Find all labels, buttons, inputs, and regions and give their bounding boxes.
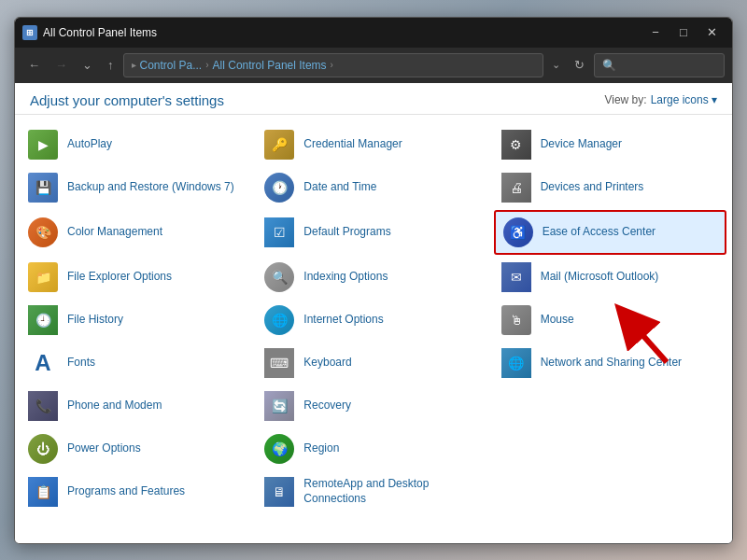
recovery-icon: 🔄 [264, 391, 294, 421]
view-by-control: View by: Large icons ▾ [604, 93, 717, 106]
item-programs[interactable]: 📋Programs and Features [21, 471, 253, 512]
programs-label: Programs and Features [67, 484, 185, 499]
fonts-label: Fonts [67, 356, 95, 371]
up-button[interactable]: ↑ [102, 54, 120, 76]
titlebar: ⊞ All Control Panel Items − □ ✕ [15, 18, 732, 48]
address-dropdown-button[interactable]: ⌄ [547, 55, 565, 75]
item-fileexplorer[interactable]: 📁File Explorer Options [21, 257, 253, 298]
keyboard-icon: ⌨ [264, 348, 294, 378]
power-label: Power Options [67, 441, 141, 456]
items-area: ▶AutoPlay🔑Credential Manager⚙Device Mana… [15, 115, 732, 543]
color-label: Color Management [67, 225, 162, 240]
search-input[interactable] [602, 59, 716, 72]
window-icon: ⊞ [22, 25, 37, 40]
forward-button[interactable]: → [49, 54, 73, 76]
programs-icon: 📋 [28, 477, 58, 507]
window-title: All Control Panel Items [43, 26, 642, 39]
defaultprog-label: Default Programs [303, 225, 390, 240]
item-fonts[interactable]: AFonts [21, 343, 253, 384]
refresh-button[interactable]: ↻ [569, 54, 590, 76]
item-ease[interactable]: ♿Ease of Access Center [494, 210, 726, 255]
keyboard-label: Keyboard [303, 356, 351, 371]
address-part-1[interactable]: Control Pa... [140, 59, 203, 72]
item-recovery[interactable]: 🔄Recovery [257, 385, 489, 427]
search-box[interactable] [594, 53, 725, 77]
credential-icon: 🔑 [264, 130, 294, 160]
view-by-value[interactable]: Large icons ▾ [651, 93, 717, 106]
page-title: Adjust your computer's settings [30, 92, 224, 108]
fileexplorer-label: File Explorer Options [67, 270, 172, 285]
region-icon: 🌍 [264, 434, 294, 464]
item-devmanager[interactable]: ⚙Device Manager [494, 124, 726, 165]
backup-icon: 💾 [28, 173, 58, 203]
minimize-button[interactable]: − [642, 22, 669, 43]
address-icon: ▸ [132, 60, 136, 70]
indexing-icon: 🔍 [264, 262, 294, 292]
remoteapp-icon: 🖥 [264, 477, 294, 507]
indexing-label: Indexing Options [303, 270, 388, 285]
item-network[interactable]: 🌐Network and Sharing Center [494, 343, 726, 384]
fileexplorer-icon: 📁 [28, 262, 58, 292]
devmanager-icon: ⚙ [501, 130, 531, 160]
dropdown-recent-button[interactable]: ⌄ [77, 54, 98, 76]
item-datetime[interactable]: 🕐Date and Time [257, 167, 489, 208]
item-mouse[interactable]: 🖱Mouse [494, 300, 726, 341]
item-credential[interactable]: 🔑Credential Manager [257, 124, 489, 165]
address-part-2[interactable]: All Control Panel Items [213, 59, 327, 72]
navbar: ← → ⌄ ↑ ▸ Control Pa... › All Control Pa… [15, 48, 732, 83]
view-by-label: View by: [604, 93, 646, 106]
region-label: Region [303, 441, 339, 456]
defaultprog-icon: ☑ [264, 217, 294, 247]
mail-label: Mail (Microsoft Outlook) [541, 270, 659, 285]
mouse-icon: 🖱 [501, 305, 531, 335]
autoplay-label: AutoPlay [67, 137, 112, 152]
content-header: Adjust your computer's settings View by:… [15, 83, 732, 115]
internet-label: Internet Options [303, 313, 383, 328]
recovery-label: Recovery [303, 399, 351, 413]
power-icon: ⏻ [28, 434, 58, 464]
item-internet[interactable]: 🌐Internet Options [257, 300, 489, 341]
datetime-icon: 🕐 [264, 173, 294, 203]
fonts-icon: A [28, 348, 58, 378]
item-phone[interactable]: 📞Phone and Modem [21, 385, 253, 427]
phone-label: Phone and Modem [67, 399, 162, 413]
autoplay-icon: ▶ [28, 130, 58, 160]
item-defaultprog[interactable]: ☑Default Programs [257, 210, 489, 255]
control-panel-window: ⊞ All Control Panel Items − □ ✕ ← → ⌄ ↑ … [14, 17, 733, 544]
restore-button[interactable]: □ [670, 22, 697, 43]
item-devprinters[interactable]: 🖨Devices and Printers [494, 167, 726, 208]
filehistory-label: File History [67, 313, 123, 328]
items-grid: ▶AutoPlay🔑Credential Manager⚙Device Mana… [21, 124, 726, 512]
datetime-label: Date and Time [303, 180, 376, 195]
network-label: Network and Sharing Center [541, 356, 682, 371]
color-icon: 🎨 [28, 217, 58, 247]
close-button[interactable]: ✕ [698, 22, 725, 43]
item-remoteapp[interactable]: 🖥RemoteApp and Desktop Connections [257, 471, 489, 512]
item-indexing[interactable]: 🔍Indexing Options [257, 257, 489, 298]
item-backup[interactable]: 💾Backup and Restore (Windows 7) [21, 167, 253, 208]
content-area: Adjust your computer's settings View by:… [15, 83, 732, 543]
item-keyboard[interactable]: ⌨Keyboard [257, 343, 489, 384]
item-filehistory[interactable]: 🕘File History [21, 300, 253, 341]
window-controls: − □ ✕ [642, 22, 725, 43]
network-icon: 🌐 [501, 348, 531, 378]
mail-icon: ✉ [501, 262, 531, 292]
item-power[interactable]: ⏻Power Options [21, 428, 253, 469]
devprinters-icon: 🖨 [501, 173, 531, 203]
address-sep-2: › [331, 60, 333, 70]
remoteapp-label: RemoteApp and Desktop Connections [303, 477, 482, 506]
mouse-label: Mouse [541, 313, 574, 328]
address-sep-1: › [205, 60, 208, 70]
devprinters-label: Devices and Printers [541, 180, 644, 195]
item-color[interactable]: 🎨Color Management [21, 210, 253, 255]
backup-label: Backup and Restore (Windows 7) [67, 180, 234, 195]
credential-label: Credential Manager [303, 137, 402, 152]
address-bar[interactable]: ▸ Control Pa... › All Control Panel Item… [123, 53, 544, 77]
back-button[interactable]: ← [22, 54, 46, 76]
item-autoplay[interactable]: ▶AutoPlay [21, 124, 253, 165]
item-mail[interactable]: ✉Mail (Microsoft Outlook) [494, 257, 726, 298]
item-region[interactable]: 🌍Region [257, 428, 489, 469]
ease-icon: ♿ [503, 217, 533, 247]
ease-label: Ease of Access Center [543, 225, 655, 240]
internet-icon: 🌐 [264, 305, 294, 335]
